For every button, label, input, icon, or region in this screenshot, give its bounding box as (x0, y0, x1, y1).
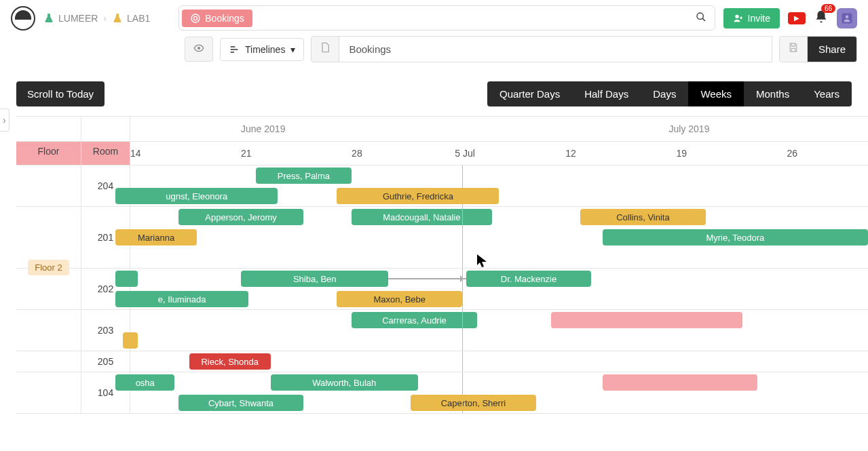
date-label: 26 (787, 148, 797, 159)
flask-icon (43, 13, 54, 24)
eye-icon (193, 43, 204, 54)
svg-point-4 (735, 14, 738, 18)
floor-cell: Floor 2 (16, 165, 81, 369)
booking-bar[interactable]: osha (115, 374, 174, 391)
booking-bar[interactable]: Marianna (115, 229, 197, 246)
chevron-right-icon: › (3, 115, 6, 125)
view-name-input[interactable] (339, 36, 772, 62)
save-icon (788, 42, 799, 53)
youtube-icon[interactable]: ▶ (788, 12, 806, 24)
lane-area[interactable]: Shiba, BenDr. Mackenziee, IluminadaMaxon… (130, 269, 868, 309)
notification-badge: 66 (821, 4, 835, 13)
header-spacer (16, 117, 81, 141)
svg-point-0 (191, 14, 200, 22)
month-label: June 2019 (241, 123, 285, 134)
booking-bar[interactable]: Press, Palma (256, 168, 352, 184)
booking-bar[interactable]: Caperton, Sherri (411, 395, 536, 411)
share-button[interactable]: Share (808, 37, 856, 62)
lane-area[interactable]: Carreras, Audrie (130, 310, 868, 351)
today-line (462, 372, 463, 413)
today-line (462, 351, 463, 372)
date-label: 14 (130, 148, 141, 159)
date-label: 19 (676, 148, 687, 159)
file-icon (320, 42, 331, 53)
zoom-tab-years[interactable]: Years (801, 81, 852, 106)
booking-bar[interactable]: Myrie, Teodora (603, 229, 868, 246)
visibility-button[interactable] (185, 37, 213, 62)
svg-point-1 (194, 16, 197, 20)
timelines-icon (229, 44, 240, 55)
column-header-floor: Floor (16, 142, 81, 165)
search-input[interactable] (255, 7, 687, 29)
column-header-room: Room (81, 142, 130, 165)
zoom-tab-months[interactable]: Months (744, 81, 801, 106)
invite-button[interactable]: Invite (723, 8, 780, 28)
booking-bar[interactable] (551, 312, 743, 328)
view-mode-dropdown[interactable]: Timelines ▾ (220, 38, 304, 61)
search-icon[interactable] (687, 6, 715, 30)
booking-bar[interactable]: Guthrie, Fredricka (337, 188, 499, 204)
lane-area[interactable]: Apperson, JeromyMadcougall, NatalieColli… (130, 207, 868, 268)
booking-bar[interactable]: Dr. Mackenzie (466, 271, 592, 287)
lane-area[interactable]: Press, Palmaugnst, EleonoraGuthrie, Fred… (130, 165, 868, 206)
svg-point-6 (846, 15, 849, 18)
booking-bar[interactable]: Collins, Vinita (580, 209, 706, 225)
expand-sidebar-button[interactable]: › (0, 109, 10, 132)
booking-bar[interactable]: Madcougall, Natalie (352, 209, 492, 225)
booking-bar[interactable] (115, 271, 138, 287)
scroll-today-button[interactable]: Scroll to Today (16, 81, 105, 106)
today-line (462, 165, 463, 206)
booking-bar[interactable]: e, Iluminada (115, 291, 248, 307)
doc-icon-button[interactable] (311, 36, 339, 62)
floor-badge[interactable]: Floor 2 (28, 260, 69, 275)
lane-area[interactable]: Rieck, Shonda (130, 351, 868, 372)
cursor-icon (477, 254, 487, 270)
dates-row: 1421285 Jul121926 (130, 142, 868, 165)
zoom-tab-weeks[interactable]: Weeks (688, 81, 744, 106)
svg-line-3 (702, 18, 705, 21)
breadcrumb-org-label: LUMEER (58, 13, 98, 24)
view-mode-label: Timelines (245, 44, 285, 55)
booking-bar[interactable]: Cybart, Shwanta (178, 395, 304, 411)
notifications-button[interactable]: 66 (814, 9, 829, 26)
booking-bar[interactable]: Rieck, Shonda (189, 353, 271, 370)
breadcrumb-project[interactable]: LAB1 (112, 13, 150, 24)
breadcrumb: LUMEER › LAB1 (43, 13, 150, 24)
user-avatar[interactable] (837, 8, 857, 28)
room-cell[interactable]: 205 (81, 351, 130, 372)
zoom-tab-half-days[interactable]: Half Days (572, 81, 641, 106)
booking-bar[interactable]: ugnst, Eleonora (115, 188, 278, 204)
booking-bar[interactable]: Walworth, Bulah (271, 374, 418, 391)
zoom-tabs: Quarter DaysHalf DaysDaysWeeksMonthsYear… (487, 81, 852, 106)
month-label: July 2019 (669, 123, 710, 134)
today-line (462, 207, 463, 268)
zoom-tab-quarter-days[interactable]: Quarter Days (487, 81, 572, 106)
timeline: June 2019July 2019 Floor Room 1421285 Ju… (16, 116, 868, 414)
svg-point-7 (197, 47, 200, 50)
booking-bar[interactable] (123, 332, 138, 349)
date-label: 28 (352, 148, 362, 159)
search-tag-label: Bookings (205, 13, 244, 24)
booking-bar[interactable]: Carreras, Audrie (352, 312, 477, 328)
search-tag[interactable]: Bookings (182, 9, 252, 27)
lane-area[interactable]: oshaWalworth, BulahCybart, ShwantaCapert… (130, 372, 868, 413)
booking-bar[interactable]: Apperson, Jeromy (178, 209, 304, 225)
booking-bar[interactable] (603, 374, 757, 391)
header-spacer (81, 117, 130, 141)
booking-bar[interactable]: Maxon, Bebe (337, 291, 462, 307)
app-logo[interactable] (11, 6, 35, 31)
zoom-tab-days[interactable]: Days (641, 81, 688, 106)
booking-bar[interactable]: Shiba, Ben (241, 271, 388, 287)
user-plus-icon (733, 13, 744, 24)
lifebuoy-icon (190, 13, 201, 24)
timeline-body[interactable]: Floor 2204Press, Palmaugnst, EleonoraGut… (16, 165, 868, 414)
search-bar[interactable]: Bookings (178, 5, 715, 31)
today-line (462, 310, 463, 351)
breadcrumb-org[interactable]: LUMEER (43, 13, 98, 24)
invite-label: Invite (748, 13, 770, 24)
dependency-arrow (388, 278, 466, 279)
save-button[interactable] (780, 37, 808, 62)
breadcrumb-project-label: LAB1 (127, 13, 150, 24)
caret-down-icon: ▾ (290, 44, 295, 55)
date-label: 5 Jul (455, 148, 475, 159)
